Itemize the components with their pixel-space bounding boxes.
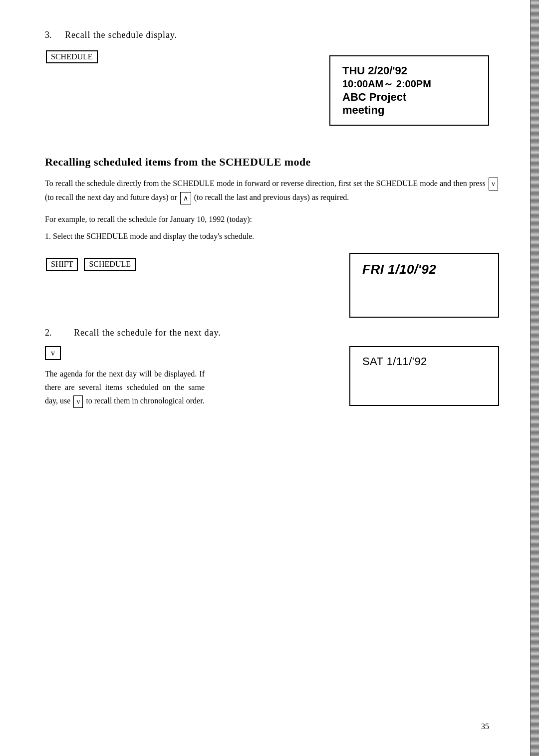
- recalling-heading: Recalling scheduled items from the SCHED…: [45, 156, 499, 169]
- lcd-line1: THU 2/20/'92: [342, 64, 476, 77]
- fri-lcd-display: FRI 1/10/'92: [349, 253, 499, 318]
- example-intro-text: For example, to recall the schedule for …: [45, 212, 499, 226]
- shift-key-button[interactable]: SHIFT: [46, 258, 78, 271]
- sub-step-1-text: 1. Select the SCHEDULE mode and display …: [45, 229, 499, 243]
- schedule-key-button[interactable]: SCHEDULE: [46, 50, 98, 63]
- sat-display-area: SAT 1/11/'92: [349, 346, 499, 406]
- sat-lcd-line: SAT 1/11/'92: [362, 355, 427, 368]
- agenda-text-2: to recall them in chronological order.: [86, 396, 204, 405]
- thu-lcd-display: THU 2/20/'92 10:00AM～ 2:00PM ABC Project…: [329, 55, 489, 126]
- step2-content-row: v The agenda for the next day will be di…: [45, 346, 499, 416]
- section-3: 3. Recall the schedule display. SCHEDULE…: [45, 30, 499, 131]
- page-container: 3. Recall the schedule display. SCHEDULE…: [0, 0, 539, 756]
- section3-content-row: SCHEDULE THU 2/20/'92 10:00AM～ 2:00PM AB…: [45, 50, 499, 131]
- step2-left-area: v The agenda for the next day will be di…: [45, 346, 205, 416]
- step1-keys-row: SHIFT SCHEDULE FRI 1/10/'92: [45, 253, 499, 318]
- sat-lcd-display: SAT 1/11/'92: [349, 346, 499, 406]
- page-number: 35: [481, 722, 489, 731]
- up-key-inline[interactable]: ∧: [180, 192, 191, 205]
- step2-text: Recall the schedule for the next day.: [74, 328, 221, 338]
- body-text-2: (to recall the next day and future days)…: [45, 193, 177, 201]
- step3-number: 3.: [45, 30, 55, 40]
- body-text-3: (to recall the last and previous days) a…: [194, 193, 349, 201]
- schedule-key-button-2[interactable]: SCHEDULE: [84, 258, 136, 271]
- agenda-paragraph: The agenda for the next day will be disp…: [45, 367, 205, 408]
- fri-display-area: FRI 1/10/'92: [349, 253, 499, 318]
- lcd-line2: 10:00AM～ 2:00PM: [342, 77, 476, 91]
- lcd-line4: meeting: [342, 104, 476, 117]
- section3-display-area: THU 2/20/'92 10:00AM～ 2:00PM ABC Project…: [329, 50, 499, 131]
- step1-keys-left: SHIFT SCHEDULE: [45, 253, 137, 271]
- v-key-inline-1[interactable]: v: [489, 178, 498, 190]
- step2-number: 2.: [45, 328, 55, 338]
- step2-header: 2. Recall the schedule for the next day.: [45, 328, 499, 338]
- right-edge-decoration: [530, 0, 539, 756]
- step3-header: 3. Recall the schedule display.: [45, 30, 499, 40]
- section3-key-area: SCHEDULE: [45, 50, 145, 63]
- sub-step-2-area: 2. Recall the schedule for the next day.…: [45, 328, 499, 416]
- v-key-inline-2[interactable]: v: [73, 395, 83, 408]
- recalling-section: Recalling scheduled items from the SCHED…: [45, 156, 499, 416]
- step3-text: Recall the schedule display.: [65, 30, 177, 40]
- v-key-standalone[interactable]: v: [45, 346, 61, 360]
- sub-step-1-area: 1. Select the SCHEDULE mode and display …: [45, 229, 499, 318]
- fri-lcd-line: FRI 1/10/'92: [362, 262, 436, 277]
- lcd-line3: ABC Project: [342, 91, 476, 104]
- body-text-1: To recall the schedule directly from the…: [45, 179, 486, 188]
- recalling-body-paragraph: To recall the schedule directly from the…: [45, 177, 499, 204]
